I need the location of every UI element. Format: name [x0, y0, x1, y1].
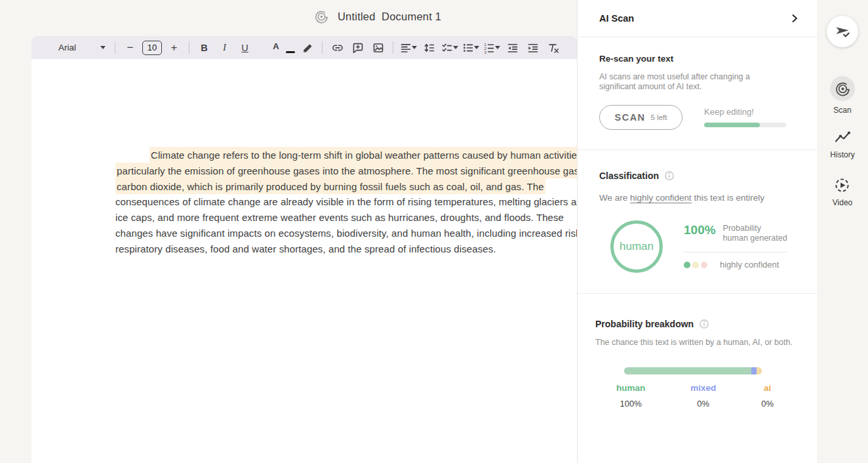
chevron-down-icon [453, 46, 458, 49]
numbered-list-icon: 1 2 3 [483, 42, 495, 54]
panel-title: AI Scan [599, 13, 634, 24]
toolbar-divider [189, 41, 189, 54]
rescan-section: Re-scan your text AI scans are most usef… [578, 37, 817, 150]
document-line: respiratory diseases, food and water sho… [115, 241, 577, 257]
keep-editing-label: Keep editing! [704, 107, 786, 117]
svg-text:3: 3 [484, 50, 486, 53]
chevron-down-icon [412, 46, 417, 49]
breakdown-value-ai: 0% [761, 399, 774, 409]
info-icon[interactable] [665, 171, 674, 180]
breakdown-bar [624, 367, 762, 374]
rail-label-scan: Scan [833, 106, 851, 115]
comment-icon [352, 42, 364, 54]
font-family-value: Arial [58, 43, 76, 52]
italic-button[interactable]: I [216, 39, 233, 56]
keep-editing-block: Keep editing! [704, 105, 786, 127]
numbered-list-button[interactable]: 1 2 3 [483, 39, 500, 56]
result-divider [684, 252, 787, 252]
right-rail: Scan History Video [817, 0, 868, 463]
panel-header: AI Scan [578, 0, 817, 37]
breakdown-label-human: human [616, 383, 645, 393]
font-size-value[interactable]: 10 [142, 41, 162, 55]
classification-sentence: We are highly confident this text is ent… [599, 193, 797, 203]
keep-editing-progress-fill [704, 123, 760, 127]
checklist-button[interactable] [441, 39, 458, 56]
breakdown-label-mixed: mixed [690, 383, 716, 393]
highly-confident-link[interactable]: highly confident [630, 193, 692, 203]
chevron-down-icon [474, 46, 479, 49]
align-button[interactable] [400, 39, 417, 56]
breakdown-label-ai: ai [764, 383, 771, 393]
titlebar: Untitled Document 1 [315, 8, 441, 25]
font-size-decrease-button[interactable]: − [122, 39, 138, 56]
toolbar-divider [393, 41, 393, 54]
indent-button[interactable] [524, 39, 541, 56]
classification-section: Classification We are highly confident t… [578, 150, 817, 294]
human-badge-label: human [620, 240, 654, 253]
highlight-color-button[interactable] [299, 39, 315, 56]
breakdown-title: Probability breakdown [595, 319, 694, 329]
info-icon[interactable] [700, 319, 709, 329]
send-check-icon [833, 22, 852, 41]
scan-button[interactable]: SCAN 5 left [599, 105, 682, 130]
confidence-dot [684, 262, 690, 268]
font-family-select[interactable]: Arial [56, 39, 108, 56]
bullet-list-button[interactable] [462, 39, 479, 56]
underline-button[interactable]: U [237, 39, 253, 56]
toolbar-divider [322, 41, 323, 54]
bullet-list-icon [462, 42, 474, 54]
confidence-label: highly confident [720, 260, 779, 270]
rail-item-video[interactable]: Video [833, 177, 852, 207]
document-text[interactable]: Climate change refers to the long-term s… [115, 147, 577, 257]
confidence-dot [692, 262, 699, 268]
scans-left-badge: 5 left [651, 113, 667, 121]
ai-scan-panel: AI Scan Re-scan your text AI scans are m… [577, 0, 817, 463]
clear-formatting-button[interactable] [545, 39, 561, 56]
checklist-icon [441, 42, 453, 54]
chevron-down-icon [100, 46, 106, 49]
line-spacing-icon [424, 42, 435, 54]
clear-formatting-icon [547, 42, 559, 54]
document-line: particularly the emission of greenhouse … [115, 163, 577, 178]
bold-button[interactable]: B [196, 39, 212, 56]
probability-caption: Probability human generated [723, 224, 787, 243]
probability-value: 100% [684, 224, 716, 236]
rescan-description: AI scans are most useful after changing … [599, 72, 766, 91]
indent-icon [527, 42, 539, 54]
human-badge: human [610, 220, 663, 273]
insert-link-button[interactable] [329, 39, 345, 56]
font-size-increase-button[interactable]: + [166, 39, 182, 56]
document-line: changes have significant impacts on ecos… [115, 226, 577, 241]
history-chart-icon [834, 129, 851, 146]
breakdown-value-mixed: 0% [697, 399, 709, 409]
send-button[interactable] [827, 16, 858, 47]
chevron-right-icon[interactable] [789, 13, 800, 24]
link-icon [332, 42, 344, 54]
rail-item-scan[interactable]: Scan [830, 76, 855, 115]
confidence-dot [701, 262, 707, 268]
video-play-icon [834, 177, 850, 193]
outdent-icon [507, 42, 519, 54]
breakdown-value-human: 100% [620, 399, 642, 409]
document-line: ice caps, and more frequent extreme weat… [115, 210, 577, 226]
gptzero-logo-icon [835, 81, 850, 96]
rail-label-video: Video [833, 198, 852, 207]
gptzero-logo-icon [315, 10, 328, 24]
outdent-button[interactable] [504, 39, 521, 56]
document-page[interactable]: Climate change refers to the long-term s… [31, 59, 577, 463]
rescan-title: Re-scan your text [599, 54, 797, 64]
chevron-down-icon [495, 46, 500, 49]
app-window: Untitled Document 1 Arial − 10 + B I U A [0, 0, 868, 463]
keep-editing-progress [704, 123, 786, 127]
document-title[interactable]: Untitled Document 1 [338, 10, 441, 23]
document-line: carbon dioxide, which is primarily produ… [115, 178, 577, 194]
insert-comment-button[interactable] [349, 39, 366, 56]
probability-breakdown-section: Probability breakdown The chance this te… [578, 294, 817, 409]
rail-item-history[interactable]: History [830, 129, 854, 159]
text-color-button[interactable]: A [257, 39, 295, 56]
breakdown-legend: human 100% mixed 0% ai 0% [616, 383, 774, 409]
toolbar-divider [115, 41, 115, 54]
breakdown-bar-segment-ai [757, 367, 762, 374]
line-spacing-button[interactable] [421, 39, 437, 56]
insert-image-button[interactable] [370, 39, 386, 56]
